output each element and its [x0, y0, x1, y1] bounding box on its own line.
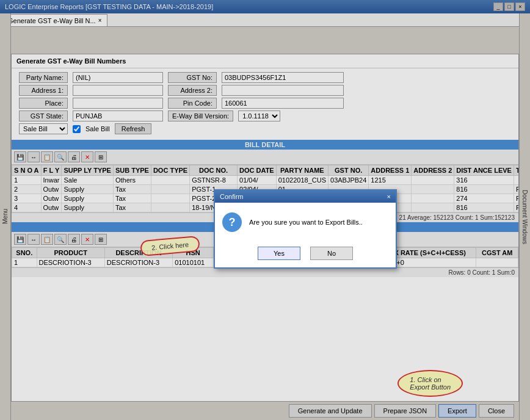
- dialog-buttons: Yes No: [215, 242, 396, 267]
- dialog-title-bar: Confirm ×: [215, 190, 396, 203]
- dialog-yes-button[interactable]: Yes: [258, 247, 300, 260]
- dialog-body: ? Are you sure you want to Export Bills.…: [215, 203, 396, 242]
- dialog-title-text: Confirm: [220, 193, 244, 200]
- dialog-question-icon: ?: [222, 212, 242, 232]
- dialog-close-icon[interactable]: ×: [387, 193, 391, 200]
- dialog-message: Are you sure you want to Export Bills..: [249, 219, 363, 226]
- dialog-overlay: Confirm × ? Are you sure you want to Exp…: [0, 0, 530, 420]
- confirm-dialog: Confirm × ? Are you sure you want to Exp…: [214, 189, 397, 269]
- dialog-no-button[interactable]: No: [310, 247, 353, 260]
